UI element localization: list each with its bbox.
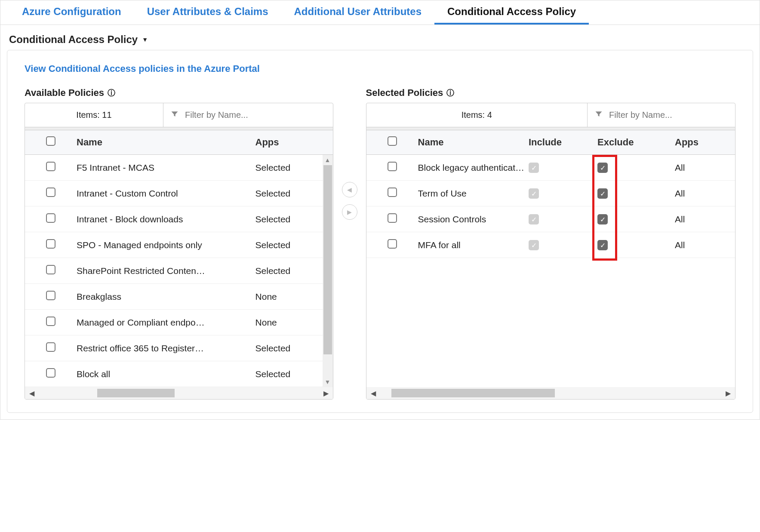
scroll-left-icon[interactable]: ◀ — [368, 389, 378, 397]
selected-filter-input[interactable] — [609, 110, 728, 120]
section-header[interactable]: Conditional Access Policy ▼ — [0, 25, 760, 50]
row-checkbox[interactable] — [46, 213, 55, 223]
select-all-checkbox[interactable] — [46, 136, 55, 146]
policy-name: Breakglass — [77, 292, 255, 302]
table-row[interactable]: Intranet - Custom ControlSelected — [25, 181, 333, 206]
select-all-checkbox[interactable] — [388, 136, 397, 146]
vertical-scrollbar[interactable]: ▲ ▼ — [323, 155, 333, 387]
row-checkbox[interactable] — [46, 368, 55, 378]
available-filter — [163, 103, 333, 127]
scroll-right-icon[interactable]: ▶ — [321, 389, 331, 397]
row-checkbox[interactable] — [388, 188, 397, 197]
policy-name: MFA for all — [418, 240, 529, 250]
table-row[interactable]: SharePoint Restricted Conten…Selected — [25, 258, 333, 284]
policy-apps: Selected — [255, 240, 333, 250]
filter-icon — [170, 110, 179, 120]
available-header-row: Name Apps — [25, 130, 333, 155]
row-checkbox[interactable] — [46, 239, 55, 249]
table-row[interactable]: Session Controls✓✓All — [366, 206, 735, 232]
available-toolbar: Items: 11 — [25, 103, 333, 127]
exclude-checkbox[interactable]: ✓ — [597, 214, 608, 224]
table-row[interactable]: Block legacy authenticat…✓✓All — [366, 155, 735, 181]
policy-name: SharePoint Restricted Conten… — [77, 266, 255, 276]
col-name[interactable]: Name — [77, 137, 255, 148]
scroll-right-icon[interactable]: ▶ — [723, 389, 733, 397]
policy-apps: None — [255, 317, 333, 328]
selected-toolbar: Items: 4 — [366, 103, 735, 127]
row-checkbox[interactable] — [388, 213, 397, 223]
info-icon[interactable]: ⓘ — [108, 88, 115, 98]
row-checkbox[interactable] — [46, 317, 55, 326]
dual-list: Available Policies ⓘ Items: 11 — [25, 87, 735, 400]
row-checkbox[interactable] — [46, 265, 55, 274]
selected-filter — [588, 103, 735, 127]
exclude-checkbox[interactable]: ✓ — [597, 188, 608, 199]
table-row[interactable]: Intranet - Block downloadsSelected — [25, 206, 333, 232]
policy-apps: All — [675, 163, 735, 173]
exclude-checkbox[interactable]: ✓ — [597, 240, 608, 250]
move-right-button[interactable]: ▶ — [342, 204, 357, 220]
scroll-thumb[interactable] — [323, 165, 332, 354]
selected-title-text: Selected Policies — [366, 87, 443, 98]
row-checkbox[interactable] — [46, 188, 55, 197]
col-include[interactable]: Include — [529, 137, 597, 148]
policy-apps: Selected — [255, 369, 333, 379]
table-row[interactable]: BreakglassNone — [25, 284, 333, 310]
move-left-button[interactable]: ◀ — [342, 182, 357, 197]
policy-apps: Selected — [255, 188, 333, 199]
policy-name: Block legacy authenticat… — [418, 163, 529, 173]
include-checkbox[interactable]: ✓ — [529, 163, 539, 173]
table-row[interactable]: MFA for all✓✓All — [366, 232, 735, 258]
main-panel: View Conditional Access policies in the … — [7, 50, 753, 413]
table-row[interactable]: Managed or Compliant endpo…None — [25, 310, 333, 335]
table-row[interactable]: Term of Use✓✓All — [366, 181, 735, 206]
horizontal-scrollbar[interactable]: ◀ ▶ — [366, 387, 735, 399]
col-exclude[interactable]: Exclude — [597, 137, 675, 148]
scroll-left-icon[interactable]: ◀ — [27, 389, 37, 397]
table-row[interactable]: SPO - Managed endpoints onlySelected — [25, 232, 333, 258]
available-items-count: Items: 11 — [25, 103, 163, 127]
policy-apps: Selected — [255, 343, 333, 354]
include-checkbox[interactable]: ✓ — [529, 188, 539, 199]
tab-azure-configuration[interactable]: Azure Configuration — [9, 0, 134, 25]
policy-apps: Selected — [255, 214, 333, 224]
info-icon[interactable]: ⓘ — [446, 88, 454, 98]
tab-conditional-access-policy[interactable]: Conditional Access Policy — [434, 0, 589, 25]
row-checkbox[interactable] — [388, 162, 397, 171]
available-body: F5 Intranet - MCASSelectedIntranet - Cus… — [25, 155, 333, 387]
table-row[interactable]: Block allSelected — [25, 361, 333, 387]
available-filter-input[interactable] — [185, 110, 326, 120]
exclude-checkbox[interactable]: ✓ — [597, 163, 608, 173]
azure-portal-link[interactable]: View Conditional Access policies in the … — [25, 63, 735, 74]
include-checkbox[interactable]: ✓ — [529, 240, 539, 250]
row-checkbox[interactable] — [46, 291, 55, 300]
row-checkbox[interactable] — [46, 162, 55, 171]
scroll-down-icon[interactable]: ▼ — [323, 377, 333, 387]
policy-name: Intranet - Block downloads — [77, 214, 255, 224]
policy-apps: All — [675, 188, 735, 199]
available-table: Items: 11 Name Apps — [25, 103, 333, 400]
selected-header-row: Name Include Exclude Apps — [366, 130, 735, 155]
tabs-bar: Azure ConfigurationUser Attributes & Cla… — [0, 0, 760, 25]
selected-body: Block legacy authenticat…✓✓AllTerm of Us… — [366, 155, 735, 387]
policy-apps: Selected — [255, 163, 333, 173]
policy-apps: None — [255, 292, 333, 302]
policy-name: Term of Use — [418, 188, 529, 199]
include-checkbox[interactable]: ✓ — [529, 214, 539, 224]
transfer-arrows: ◀ ▶ — [342, 87, 357, 220]
col-apps[interactable]: Apps — [675, 137, 735, 148]
table-row[interactable]: F5 Intranet - MCASSelected — [25, 155, 333, 181]
section-title: Conditional Access Policy — [9, 34, 138, 46]
scroll-up-icon[interactable]: ▲ — [323, 155, 333, 165]
tab-user-attributes-claims[interactable]: User Attributes & Claims — [134, 0, 281, 25]
hscroll-thumb[interactable] — [391, 389, 555, 397]
col-apps[interactable]: Apps — [255, 137, 333, 148]
col-name[interactable]: Name — [418, 137, 529, 148]
row-checkbox[interactable] — [46, 342, 55, 352]
tab-additional-user-attributes[interactable]: Additional User Attributes — [281, 0, 434, 25]
horizontal-scrollbar[interactable]: ◀ ▶ — [25, 387, 333, 399]
selected-items-count: Items: 4 — [366, 103, 588, 127]
table-row[interactable]: Restrict office 365 to Register…Selected — [25, 335, 333, 361]
row-checkbox[interactable] — [388, 239, 397, 249]
hscroll-thumb[interactable] — [97, 389, 175, 397]
